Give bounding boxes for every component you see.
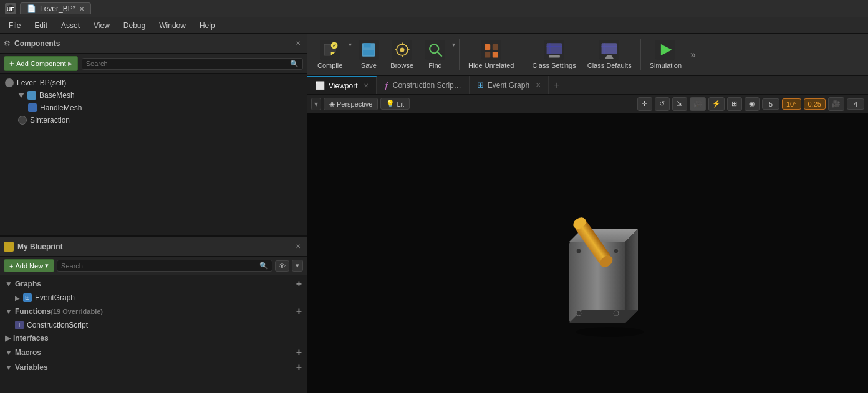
find-dropdown[interactable]: ▾	[452, 41, 455, 48]
angle-button[interactable]: 10°	[782, 98, 801, 110]
eye-button[interactable]: 👁	[275, 260, 289, 272]
toolbar-more-button[interactable]: »	[688, 47, 698, 63]
compile-label: Compile	[317, 62, 342, 69]
menu-asset[interactable]: Asset	[55, 20, 86, 31]
event-graph-label: EventGraph	[35, 293, 75, 302]
mesh-icon	[28, 103, 37, 112]
editor-tab[interactable]: 📄 Lever_BP* ✕	[20, 2, 91, 14]
viewport-dropdown[interactable]: ▾	[311, 98, 321, 110]
menu-file[interactable]: File	[2, 20, 27, 31]
construction-script-item[interactable]: f ConstructionScript	[0, 319, 307, 331]
find-button[interactable]: Find	[420, 37, 451, 72]
components-panel-close[interactable]: ✕	[293, 39, 303, 48]
blueprint-panel-close[interactable]: ✕	[293, 242, 303, 251]
add-new-button[interactable]: + Add New ▾	[4, 259, 54, 272]
construction-tab-label: Construction Scrip…	[393, 81, 461, 90]
move-button[interactable]: ✛	[637, 97, 652, 111]
grid-size-button[interactable]: 5	[762, 98, 779, 110]
class-settings-button[interactable]: Class Settings	[527, 37, 581, 72]
lit-button[interactable]: 💡 Lit	[380, 98, 410, 110]
perspective-button[interactable]: ◈ Perspective	[324, 98, 378, 110]
svg-rect-21	[481, 40, 501, 60]
grid-button[interactable]: ⊞	[727, 97, 742, 111]
svg-rect-22	[485, 44, 490, 50]
camera-button[interactable]: 🎥	[690, 97, 706, 111]
add-component-label: Add Component	[16, 60, 66, 67]
viewport-tab-icon: ⬜	[315, 81, 325, 90]
menu-edit[interactable]: Edit	[28, 20, 54, 31]
graphs-add-button[interactable]: +	[296, 279, 302, 289]
tab-viewport[interactable]: ⬜ Viewport ✕	[307, 76, 377, 94]
components-search-input[interactable]	[86, 60, 287, 67]
add-component-button[interactable]: + Add Component ▶	[4, 56, 78, 71]
tab-label: Lever_BP*	[40, 4, 75, 13]
title-bar: UE 📄 Lever_BP* ✕	[0, 0, 868, 17]
browse-button[interactable]: Browse	[385, 37, 418, 72]
compile-dropdown[interactable]: ▾	[349, 41, 352, 48]
simulation-label: Simulation	[650, 62, 682, 69]
hide-unrelated-button[interactable]: Hide Unrelated	[463, 37, 519, 72]
tree-item-handle-mesh[interactable]: HandleMesh	[0, 102, 307, 114]
camera-speed-button[interactable]: 4	[847, 98, 864, 110]
tab-event-graph[interactable]: ⊞ Event Graph ✕	[470, 76, 549, 94]
scale-button[interactable]: ⇲	[672, 97, 687, 111]
toolbar-divider-1	[459, 39, 460, 70]
graphs-section-header[interactable]: ▼ Graphs +	[0, 277, 307, 291]
compile-button[interactable]: ✓ Compile	[312, 37, 347, 72]
variables-section-header[interactable]: ▼ Variables +	[0, 360, 307, 375]
menu-debug[interactable]: Debug	[117, 20, 152, 31]
blueprint-search-input[interactable]	[61, 262, 257, 270]
menu-window[interactable]: Window	[153, 20, 192, 31]
tab-icon: 📄	[27, 4, 36, 13]
add-component-arrow: ▶	[68, 60, 72, 67]
filter-button[interactable]: ▾	[292, 260, 303, 272]
tree-item-base-mesh[interactable]: BaseMesh	[0, 89, 307, 102]
class-defaults-label: Class Defaults	[587, 62, 632, 69]
interfaces-section-header[interactable]: ▶ Interfaces	[0, 331, 307, 345]
tab-construction-script[interactable]: ƒ Construction Scrip…	[377, 76, 469, 94]
svg-rect-9	[364, 43, 371, 47]
functions-add-button[interactable]: +	[296, 306, 302, 316]
functions-section-label: Functions	[15, 307, 51, 316]
menu-help[interactable]: Help	[193, 20, 221, 31]
realtime-button[interactable]: ⚡	[708, 97, 725, 111]
tree-item-sinteraction[interactable]: SInteraction	[0, 114, 307, 126]
viewport-tab-close[interactable]: ✕	[364, 82, 369, 89]
class-defaults-button[interactable]: Class Defaults	[582, 37, 637, 72]
scale-value-button[interactable]: 0.25	[804, 98, 826, 110]
interfaces-section-label: Interfaces	[13, 334, 49, 343]
blueprint-search-bar: 🔍	[57, 260, 272, 272]
components-panel-icon: ⚙	[4, 39, 11, 48]
event-graph-tab-close[interactable]: ✕	[536, 82, 541, 88]
construction-script-label: ConstructionScript	[27, 321, 88, 329]
svg-rect-30	[549, 55, 560, 58]
hide-unrelated-label: Hide Unrelated	[468, 62, 514, 69]
mesh-icon	[27, 91, 36, 100]
viewport-area[interactable]	[307, 113, 868, 393]
tree-item-lever-bp[interactable]: Lever_BP(self)	[0, 77, 307, 89]
svg-point-13	[400, 47, 404, 52]
search-icon: 🔍	[290, 60, 299, 68]
simulation-button[interactable]: Simulation	[645, 37, 687, 72]
app-icon: UE	[5, 3, 16, 14]
svg-text:UE: UE	[7, 6, 15, 12]
macros-section-header[interactable]: ▼ Macros +	[0, 345, 307, 360]
tab-close-button[interactable]: ✕	[79, 6, 84, 12]
svg-point-47	[576, 311, 581, 316]
macros-add-button[interactable]: +	[296, 348, 302, 357]
add-tab-button[interactable]: +	[549, 76, 564, 94]
svg-rect-23	[493, 44, 498, 50]
toolbar-divider-3	[640, 39, 641, 70]
svg-marker-40	[625, 229, 638, 323]
show-button[interactable]: ◉	[745, 97, 760, 111]
svg-rect-32	[602, 43, 617, 54]
save-button[interactable]: Save	[353, 37, 384, 72]
lever-3d-object	[551, 204, 675, 343]
functions-section-header[interactable]: ▼ Functions (19 Overridable) +	[0, 304, 307, 319]
menu-view[interactable]: View	[87, 20, 116, 31]
variables-add-button[interactable]: +	[296, 362, 302, 372]
rotate-button[interactable]: ↺	[655, 97, 670, 111]
sphere-icon	[18, 116, 27, 125]
toolbar-divider-2	[523, 39, 523, 70]
event-graph-item[interactable]: ▶ ⊞ EventGraph	[0, 291, 307, 304]
